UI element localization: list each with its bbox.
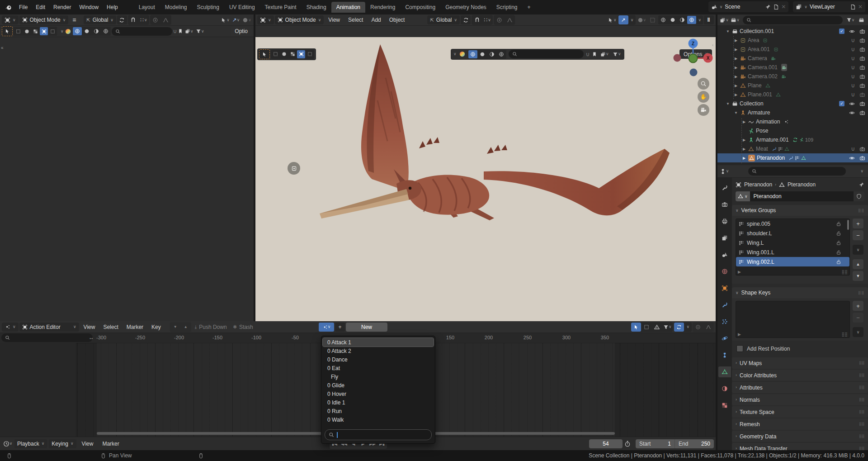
panel-grip-icon[interactable]: ⣿⣿ [858, 209, 864, 213]
panel-uv-maps[interactable]: ›UV Maps⣿⣿ [732, 357, 868, 369]
tab-texture-paint[interactable]: Texture Paint [260, 2, 302, 13]
menu-add[interactable]: Add [368, 17, 384, 23]
select-mode-2-icon[interactable] [23, 27, 31, 35]
overlays-dropdown[interactable]: ∨ [242, 15, 252, 24]
eye-closed-icon[interactable]: ∪ [851, 55, 855, 62]
outliner-row-camera-002[interactable]: ▶ Camera.002 ∪ [717, 72, 868, 81]
properties-search-input[interactable] [748, 167, 846, 176]
filter-dropdown[interactable]: ∨ [662, 323, 672, 332]
tab-tool[interactable] [718, 182, 731, 193]
tab-output[interactable] [718, 216, 731, 227]
menu-file[interactable]: File [15, 4, 32, 10]
exclude-checkbox[interactable]: ✓ [839, 101, 844, 106]
menu-edit[interactable]: Edit [32, 4, 49, 10]
gizmos-dropdown[interactable]: ↗∨ [618, 15, 636, 25]
menu-view[interactable]: View [325, 17, 344, 23]
tab-geometry-nodes[interactable]: Geometry Nodes [440, 2, 491, 13]
menu-select[interactable]: Select [99, 324, 122, 330]
browse-action-button[interactable]: ∨ [319, 323, 334, 332]
chevron-down-icon[interactable]: ∨ [684, 325, 691, 329]
xray-toggle-icon[interactable] [647, 15, 657, 24]
outliner-row-armature[interactable]: ▼ Armature [717, 108, 868, 117]
select-mode-3-icon[interactable] [31, 27, 39, 35]
hide-eye-icon[interactable] [849, 101, 855, 107]
display-mode-dropdown[interactable]: ∨ [730, 15, 740, 24]
disclosure-closed-icon[interactable]: ▶ [734, 48, 738, 52]
tab-uv-editing[interactable]: UV Editing [224, 2, 260, 13]
only-errors-icon[interactable] [652, 323, 662, 332]
show-gizmo-dropdown[interactable]: ∨ [220, 15, 230, 24]
viewport-search-input[interactable] [112, 27, 172, 36]
tab-texture[interactable] [718, 400, 731, 411]
snap-settings-dropdown[interactable]: ∷∨ [482, 15, 492, 24]
menu-help[interactable]: Help [103, 4, 122, 10]
panel-color-attributes[interactable]: ›Color Attributes⣿⣿ [732, 370, 868, 381]
outliner-row-meat[interactable]: ▶ Meat ∪ [717, 144, 868, 153]
menu-marker[interactable]: Marker [123, 324, 147, 330]
panel-mesh-data-transfer[interactable]: ›Mesh Data Transfer⣿⣿ [732, 443, 868, 450]
tab-constraints[interactable] [718, 350, 731, 361]
eye-closed-icon[interactable]: ∪ [851, 91, 855, 98]
exclude-checkbox[interactable]: ✓ [839, 29, 844, 34]
lock-open-icon[interactable] [836, 231, 841, 236]
transform-orientation-dropdown[interactable]: ⇱ Global∨ [427, 15, 460, 24]
hide-eye-icon[interactable] [849, 155, 855, 161]
outliner-row-collection[interactable]: ▼ Collection ✓ [717, 99, 868, 108]
outliner-row-area[interactable]: ▶ Area ∪ [717, 36, 868, 45]
disclosure-closed-icon[interactable]: ▶ [734, 66, 738, 70]
tab-view-layer[interactable] [718, 233, 731, 243]
render-camera-icon[interactable] [859, 74, 865, 80]
transform-orientation-dropdown[interactable]: ⇱ Global∨ [84, 15, 116, 24]
chevron-down-icon[interactable]: ∨ [61, 29, 64, 33]
scene-name[interactable]: Scene [725, 4, 763, 10]
panel-texture-space[interactable]: ›Texture Space⣿⣿ [732, 406, 868, 418]
tab-object-data[interactable] [718, 366, 731, 377]
disclosure-closed-icon[interactable]: ▶ [734, 75, 738, 79]
proportional-falloff-icon[interactable] [505, 15, 514, 24]
pan-hand-button[interactable]: ✋ [698, 91, 709, 103]
eye-closed-icon[interactable]: ∪ [851, 146, 855, 152]
stash-button[interactable]: ✻Stash [231, 323, 256, 332]
editor-type-button[interactable]: ∨ [719, 167, 729, 176]
tab-shading[interactable]: Shading [302, 2, 331, 13]
eye-closed-icon[interactable]: ∪ [851, 46, 855, 52]
move-group-up-button[interactable]: ▲ [853, 259, 863, 269]
gizmo-arrows-icon[interactable]: ↗ [618, 15, 628, 24]
vertex-group-row[interactable]: Wing.001.L [736, 247, 849, 257]
axis-gizmo[interactable]: Z X [671, 37, 717, 78]
disclosure-closed-icon[interactable]: ▶ [734, 93, 738, 97]
editor-type-button[interactable]: ∨ [719, 15, 729, 24]
new-action-plus-button[interactable]: + [335, 323, 345, 332]
snap-toggle-icon[interactable] [472, 15, 482, 24]
shape-key-specials-menu[interactable]: ∨ [853, 327, 863, 337]
add-vertex-group-button[interactable]: + [853, 219, 863, 228]
snap-toggle-icon[interactable] [128, 15, 138, 24]
disclosure-closed-icon[interactable]: ▶ [742, 138, 746, 142]
tab-scripting[interactable]: Scripting [491, 2, 523, 13]
tab-world[interactable] [718, 266, 731, 277]
menu-marker[interactable]: Marker [99, 441, 123, 447]
outliner-row-collection-001[interactable]: ▼ Collection.001 ✓ [717, 27, 868, 36]
mesh-id-icon[interactable]: ∨ [736, 191, 750, 201]
tab-sculpting[interactable]: Sculpting [192, 2, 224, 13]
vertex-group-row[interactable]: Wing.L [736, 238, 849, 247]
tab-object[interactable] [718, 283, 731, 294]
move-layer-down-icon[interactable]: ▼ [170, 323, 180, 332]
disclosure-closed-icon[interactable]: ▶ [734, 38, 738, 43]
frame-range-arrows-icon[interactable]: ↔ [89, 334, 94, 341]
display-dropdown[interactable]: ∨ [184, 27, 194, 36]
mode-dropdown[interactable]: Object Mode∨ [19, 15, 69, 24]
pin-icon[interactable] [765, 4, 771, 10]
outliner-row-armature-001[interactable]: ▶ Armature.001 109 [717, 135, 868, 144]
menu-view[interactable]: View [78, 441, 97, 447]
menu-render[interactable]: Render [49, 4, 75, 10]
proportional-editing-icon[interactable] [693, 323, 703, 332]
show-gizmo-dropdown[interactable]: ∨ [607, 15, 617, 24]
lock-open-icon[interactable] [836, 250, 841, 255]
viewport-right-canvas[interactable]: ∨ ∪ ∨ ∨ [255, 37, 716, 321]
shading-wireframe-icon[interactable] [73, 27, 82, 35]
start-frame-field[interactable]: Start1 [636, 439, 675, 448]
render-camera-icon[interactable] [859, 65, 865, 71]
shading-solid-icon[interactable] [668, 16, 677, 24]
camera-view-button[interactable] [698, 104, 709, 116]
